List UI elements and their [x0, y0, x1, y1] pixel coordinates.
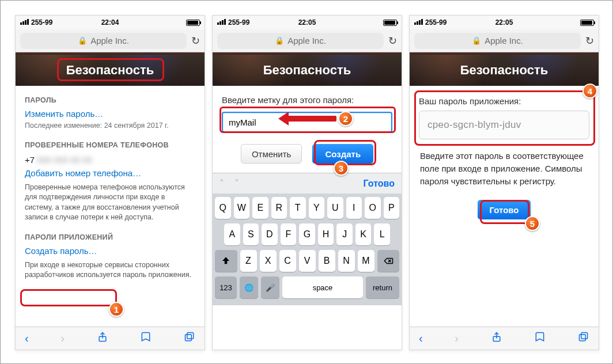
tabs-icon[interactable]	[578, 331, 589, 346]
clock: 22:04	[16, 18, 205, 26]
next-field-icon[interactable]: ˅	[234, 178, 239, 189]
shift-key[interactable]	[215, 250, 237, 272]
key-p[interactable]: P	[384, 197, 400, 219]
key-r[interactable]: R	[271, 197, 287, 219]
screenshot-1: 255-99 22:04 🔒 Apple Inc. ↻ Безопасность…	[15, 15, 205, 350]
safari-bottom-toolbar: ‹ ›	[410, 327, 599, 350]
prev-field-icon[interactable]: ˄	[220, 178, 224, 189]
reload-icon[interactable]: ↻	[585, 35, 594, 47]
key-m[interactable]: M	[358, 250, 374, 272]
settings-content: ПАРОЛЬ Изменить пароль… Последнее измене…	[16, 86, 205, 280]
arrow-to-input	[287, 116, 336, 122]
key-x[interactable]: X	[260, 250, 277, 272]
create-password-link[interactable]: Создать пароль…	[25, 246, 97, 256]
tabs-icon[interactable]	[184, 331, 195, 346]
key-i[interactable]: I	[346, 197, 362, 219]
return-key[interactable]: return	[366, 276, 399, 298]
key-c[interactable]: C	[279, 250, 296, 272]
change-password-link[interactable]: Изменить пароль…	[25, 109, 103, 119]
key-g[interactable]: G	[299, 223, 315, 245]
screenshot-2: 255-99 22:05 🔒 Apple Inc. ↻ Безопасность…	[212, 15, 402, 350]
url-pill[interactable]: 🔒 Apple Inc.	[20, 33, 187, 49]
screenshot-3: 255-99 22:05 🔒 Apple Inc. ↻ Безопасность…	[409, 15, 599, 350]
step-badge-1: 1	[109, 302, 124, 317]
forward-icon: ›	[60, 332, 65, 345]
backspace-key[interactable]	[377, 250, 400, 272]
key-s[interactable]: S	[243, 223, 259, 245]
safari-url-bar[interactable]: 🔒 Apple Inc. ↻	[16, 29, 205, 52]
password-label-input[interactable]	[222, 112, 392, 132]
label-prompt: Введите метку для этого пароля:	[222, 95, 392, 105]
key-e[interactable]: E	[252, 197, 268, 219]
url-host: Apple Inc.	[485, 36, 523, 46]
step-badge-3: 3	[334, 161, 349, 176]
url-pill[interactable]: 🔒 Apple Inc.	[414, 33, 581, 49]
page-banner: Безопасность	[410, 52, 599, 86]
key-v[interactable]: V	[299, 250, 316, 272]
url-host: Apple Inc.	[287, 36, 326, 46]
phones-description: Проверенные номера телефонов используютс…	[16, 179, 205, 223]
label-password-form: Введите метку для этого пароля: Отменить…	[213, 86, 402, 173]
space-key[interactable]: space	[282, 276, 363, 298]
key-q[interactable]: Q	[215, 197, 231, 219]
key-o[interactable]: O	[365, 197, 381, 219]
key-h[interactable]: H	[318, 223, 334, 245]
numeric-key[interactable]: 123	[215, 276, 237, 298]
safari-url-bar[interactable]: 🔒 Apple Inc. ↻	[410, 29, 599, 52]
page-title: Безопасность	[66, 63, 154, 78]
back-icon[interactable]: ‹	[419, 332, 423, 345]
battery-icon	[580, 20, 594, 26]
section-phones-header: ПРОВЕРЕННЫЕ НОМЕРА ТЕЛЕФОНОВ	[16, 131, 205, 151]
reload-icon[interactable]: ↻	[388, 35, 397, 47]
lock-icon: 🔒	[78, 36, 87, 45]
section-password-header: ПАРОЛЬ	[16, 86, 205, 107]
key-f[interactable]: F	[281, 223, 297, 245]
last-change-note: Последнее изменение: 24 сентября 2017 г.	[16, 120, 205, 131]
generated-password-label: Ваш пароль приложения:	[419, 96, 589, 106]
globe-key[interactable]: 🌐	[240, 276, 258, 298]
keyboard-done-button[interactable]: Готово	[364, 179, 395, 189]
share-icon[interactable]	[97, 331, 108, 346]
mic-key[interactable]: 🎤	[261, 276, 279, 298]
app-pwd-desc-1: При входе в некоторые сервисы сторонних	[16, 257, 205, 271]
highlight-create-password	[20, 289, 117, 306]
cancel-button[interactable]: Отменить	[241, 144, 302, 164]
safari-url-bar[interactable]: 🔒 Apple Inc. ↻	[213, 29, 402, 52]
key-b[interactable]: B	[319, 250, 335, 272]
page-title: Безопасность	[263, 63, 351, 78]
step-badge-2: 2	[338, 111, 353, 126]
key-u[interactable]: U	[327, 197, 343, 219]
bookmarks-icon[interactable]	[534, 331, 546, 346]
key-y[interactable]: Y	[309, 197, 325, 219]
key-a[interactable]: A	[224, 223, 240, 245]
section-app-passwords-header: ПАРОЛИ ПРИЛОЖЕНИЙ	[16, 223, 205, 244]
page-banner: Безопасность	[16, 52, 205, 86]
generated-password-value[interactable]: cpeo-sgcn-blym-jduv	[419, 111, 589, 139]
key-n[interactable]: N	[338, 250, 355, 272]
ios-keyboard[interactable]: Q W E R T Y U I O P A S D F G H J K L Z	[213, 194, 402, 305]
key-z[interactable]: Z	[240, 250, 257, 272]
reload-icon[interactable]: ↻	[191, 35, 200, 47]
bookmarks-icon[interactable]	[140, 331, 152, 346]
key-j[interactable]: J	[336, 223, 353, 245]
key-w[interactable]: W	[234, 197, 250, 219]
clock: 22:05	[213, 18, 402, 26]
key-t[interactable]: T	[290, 197, 306, 219]
done-button[interactable]: Готово	[478, 200, 530, 219]
add-phone-link[interactable]: Добавить номер телефона…	[25, 168, 141, 178]
trusted-phone-row: +7 000 000 00 00	[16, 151, 205, 166]
key-l[interactable]: L	[374, 223, 390, 245]
back-icon[interactable]: ‹	[25, 332, 29, 345]
url-pill[interactable]: 🔒 Apple Inc.	[217, 33, 384, 49]
svg-rect-5	[579, 335, 585, 341]
status-bar: 255-99 22:05	[410, 16, 599, 29]
share-icon[interactable]	[491, 331, 502, 346]
status-bar: 255-99 22:05	[213, 16, 402, 29]
key-d[interactable]: D	[262, 223, 278, 245]
phone-prefix: +7	[25, 155, 35, 165]
password-instructions: Введите этот пароль в соответствующее по…	[410, 139, 599, 187]
key-k[interactable]: K	[355, 223, 372, 245]
app-pwd-desc-2: разработчиков используется пароль прилож…	[16, 270, 205, 280]
page-title: Безопасность	[460, 63, 548, 78]
safari-bottom-toolbar: ‹ ›	[16, 327, 205, 350]
